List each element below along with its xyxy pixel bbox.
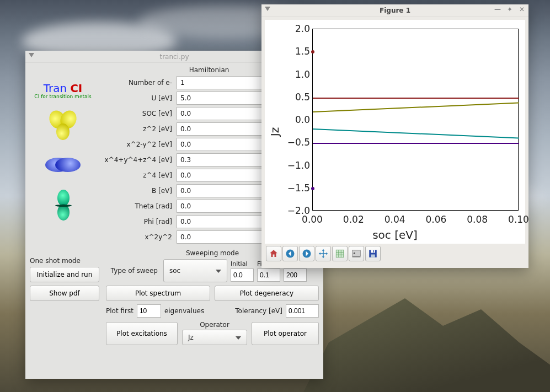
- plot-first-input[interactable]: [137, 304, 161, 318]
- orbital-green-icon: [46, 189, 79, 222]
- figure-forward-icon[interactable]: [299, 246, 314, 261]
- plot-operator-button[interactable]: Plot operator: [252, 322, 319, 345]
- figure-zoom-icon[interactable]: [332, 246, 348, 261]
- chart-ytick: −1.0: [287, 160, 310, 171]
- figure-window: Figure 1 — ✦ ✕ Jz soc [eV] 2.01.51.00.50…: [261, 4, 528, 268]
- chart-point: [311, 50, 314, 53]
- chart-xlabel: soc [eV]: [372, 228, 418, 241]
- chart-ytick: 0.5: [295, 92, 310, 103]
- svg-point-5: [354, 253, 355, 254]
- svg-rect-9: [373, 250, 374, 253]
- figure-save-icon[interactable]: [365, 246, 381, 261]
- figure-pan-icon[interactable]: [316, 246, 331, 261]
- close-icon[interactable]: ✕: [519, 6, 525, 13]
- ham-label: U [eV]: [99, 94, 177, 102]
- ham-label: SOC [eV]: [99, 110, 177, 117]
- svg-rect-2: [336, 250, 344, 257]
- chart-ytick: −1.5: [287, 182, 310, 194]
- chevron-down-icon: [236, 334, 241, 341]
- chart-xtick: 0.08: [467, 214, 488, 225]
- figure-title: Figure 1: [380, 7, 410, 14]
- logo-column: TranCI CI for transition metals: [30, 65, 96, 246]
- chart-series-line: [313, 98, 519, 99]
- eigenvalues-label: eigenvalues: [164, 307, 204, 315]
- figure-canvas: Jz soc [eV] 2.01.51.00.50.0−0.5−1.0−1.5−…: [265, 20, 525, 244]
- type-of-sweep-value: soc: [169, 267, 180, 275]
- chart-series-line: [313, 143, 519, 144]
- plot-degeneracy-button[interactable]: Plot degeneracy: [215, 286, 319, 301]
- type-of-sweep-select[interactable]: soc: [163, 259, 227, 282]
- show-pdf-button[interactable]: Show pdf: [30, 286, 99, 301]
- one-shot-panel: One shot mode Initialize and run Show pd…: [30, 249, 99, 345]
- chevron-down-icon: [216, 267, 221, 275]
- ham-label: x^2y^2: [99, 233, 177, 241]
- chart-ytick: 0.0: [295, 114, 310, 125]
- chart-series-line: [313, 128, 519, 138]
- chart-xtick: 0.02: [343, 214, 364, 225]
- plot-first-label: Plot first: [106, 307, 134, 315]
- initial-label: Initial: [231, 260, 247, 267]
- chart-ytick: −0.5: [287, 137, 310, 148]
- chart-xtick: 0.00: [302, 214, 323, 225]
- window-menu-icon[interactable]: [265, 7, 270, 12]
- chart-xtick: 0.10: [508, 214, 529, 225]
- final-input[interactable]: [257, 269, 280, 282]
- maximize-icon[interactable]: ✦: [506, 6, 513, 13]
- logo-subtitle: CI for transition metals: [30, 94, 96, 99]
- operator-select[interactable]: Jz: [182, 330, 247, 345]
- ham-label: Theta [rad]: [99, 202, 177, 210]
- figure-home-icon[interactable]: [266, 246, 281, 261]
- chart-ytick: 2.0: [295, 23, 310, 34]
- ham-label: B [eV]: [99, 187, 177, 195]
- plot-excitations-button[interactable]: Plot excitations: [106, 322, 178, 345]
- tranci-title: tranci.py: [159, 53, 189, 61]
- ham-label: Phi [rad]: [99, 218, 177, 225]
- operator-label: Operator: [200, 321, 229, 329]
- chart-ytick: 1.0: [295, 69, 310, 80]
- logo-tran: Tran: [44, 82, 67, 95]
- tolerancy-label: Tolerancy [eV]: [235, 307, 282, 315]
- initial-input[interactable]: [231, 269, 254, 282]
- ham-label: x^4+y^4+z^4 [eV]: [99, 156, 177, 164]
- chart-ylabel: Jz: [268, 127, 281, 136]
- chart-ytick: 1.5: [295, 46, 310, 57]
- plot-spectrum-button[interactable]: Plot spectrum: [106, 286, 210, 301]
- initialize-and-run-button[interactable]: Initialize and run: [30, 267, 99, 282]
- logo-ci: CI: [70, 82, 82, 95]
- figure-titlebar[interactable]: Figure 1 — ✦ ✕: [261, 4, 528, 17]
- ham-label: z^2 [eV]: [99, 125, 177, 133]
- svg-rect-4: [353, 256, 361, 257]
- svg-rect-8: [371, 255, 375, 257]
- figure-subplots-icon[interactable]: [349, 246, 364, 261]
- ham-label: Number of e-: [99, 79, 177, 87]
- operator-value: Jz: [188, 334, 194, 341]
- orbital-yellow-icon: [46, 107, 79, 140]
- orbital-blue-icon: [46, 148, 79, 181]
- one-shot-heading: One shot mode: [30, 257, 99, 265]
- figure-toolbar: [265, 244, 525, 264]
- tolerancy-input[interactable]: [286, 304, 319, 318]
- chart-xtick: 0.04: [385, 214, 405, 225]
- steps-input[interactable]: [284, 269, 307, 282]
- chart-plot-area: [312, 29, 519, 211]
- ham-label: z^4 [eV]: [99, 171, 177, 179]
- logo-text: TranCI: [30, 82, 96, 95]
- ham-label: x^2-y^2 [eV]: [99, 141, 177, 148]
- figure-back-icon[interactable]: [282, 246, 298, 261]
- type-of-sweep-label: Type of sweep: [106, 267, 160, 275]
- window-menu-icon[interactable]: [29, 53, 34, 58]
- chart-point: [311, 187, 314, 190]
- minimize-icon[interactable]: —: [494, 6, 501, 13]
- chart-series-line: [313, 102, 519, 112]
- chart-xtick: 0.06: [425, 214, 446, 225]
